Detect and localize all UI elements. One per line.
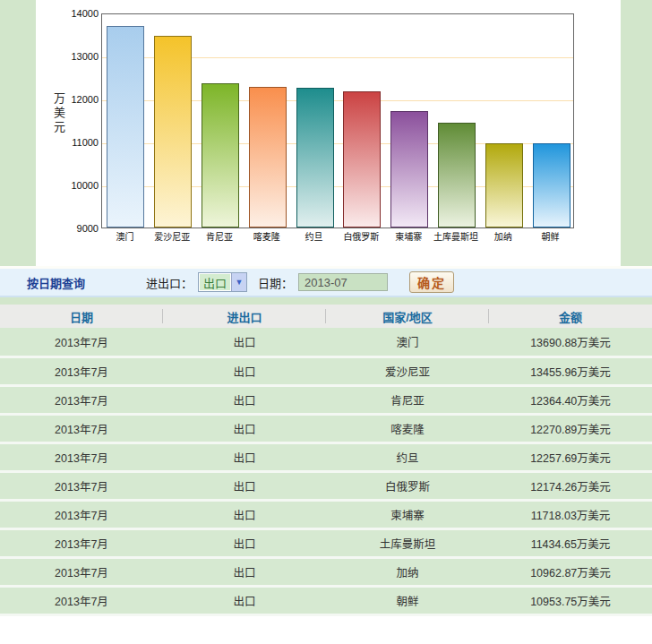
table-header-row: 日期 进出口 国家/地区 金额 bbox=[0, 305, 652, 328]
column-header-amount: 金额 bbox=[489, 305, 652, 328]
chart-bar[interactable] bbox=[390, 111, 428, 228]
y-tick-label: 10000 bbox=[0, 180, 99, 191]
cell-trade: 出口 bbox=[163, 328, 326, 356]
chart-bar[interactable] bbox=[343, 91, 381, 228]
x-tick-label: 澳门 bbox=[101, 232, 149, 244]
chart-bar[interactable] bbox=[296, 88, 334, 228]
column-header-trade: 进出口 bbox=[163, 305, 326, 328]
cell-date: 2013年7月 bbox=[0, 586, 163, 614]
cell-trade: 出口 bbox=[163, 356, 326, 385]
cell-country: 柬埔寨 bbox=[326, 500, 489, 528]
y-tick-label: 13000 bbox=[0, 51, 99, 62]
cell-amount: 13690.88万美元 bbox=[489, 328, 652, 356]
cell-country: 土库曼斯坦 bbox=[326, 528, 489, 557]
cell-trade: 出口 bbox=[163, 471, 326, 500]
query-section-title: 按日期查询 bbox=[27, 274, 85, 291]
confirm-button[interactable]: 确定 bbox=[409, 271, 454, 293]
cell-date: 2013年7月 bbox=[0, 557, 163, 586]
date-label: 日期： bbox=[258, 274, 293, 291]
bar-chart-plot bbox=[101, 13, 574, 228]
cell-date: 2013年7月 bbox=[0, 528, 163, 557]
y-tick-label: 11000 bbox=[0, 137, 99, 148]
cell-trade: 出口 bbox=[163, 385, 326, 414]
chart-bar[interactable] bbox=[438, 123, 476, 228]
cell-country: 白俄罗斯 bbox=[326, 471, 489, 500]
chart-bar[interactable] bbox=[533, 143, 570, 228]
x-axis-labels: 澳门爱沙尼亚肯尼亚喀麦隆约旦白俄罗斯柬埔寨土库曼斯坦加纳朝鲜 bbox=[101, 232, 574, 244]
table-row: 2013年7月 出口 朝鲜 10953.75万美元 bbox=[0, 586, 652, 614]
chart-section: 万美元 90001000011000120001300014000 澳门爱沙尼亚… bbox=[0, 0, 652, 266]
table-row: 2013年7月 出口 肯尼亚 12364.40万美元 bbox=[0, 385, 652, 414]
cell-country: 爱沙尼亚 bbox=[326, 356, 489, 385]
cell-country: 喀麦隆 bbox=[326, 414, 489, 442]
cell-trade: 出口 bbox=[163, 557, 326, 586]
x-tick-label: 肯尼亚 bbox=[196, 232, 244, 244]
chart-bar[interactable] bbox=[202, 83, 239, 228]
column-header-date: 日期 bbox=[0, 305, 163, 328]
cell-amount: 12364.40万美元 bbox=[489, 385, 652, 414]
chart-bar[interactable] bbox=[485, 143, 523, 228]
trade-direction-label: 进出口： bbox=[146, 274, 193, 291]
table-row: 2013年7月 出口 澳门 13690.88万美元 bbox=[0, 328, 652, 356]
x-tick-label: 白俄罗斯 bbox=[338, 232, 385, 244]
chart-bar[interactable] bbox=[249, 87, 287, 228]
date-input[interactable] bbox=[298, 273, 388, 291]
cell-date: 2013年7月 bbox=[0, 471, 163, 500]
x-tick-label: 土库曼斯坦 bbox=[433, 232, 480, 244]
table-row: 2013年7月 出口 约旦 12257.69万美元 bbox=[0, 442, 652, 471]
table-row: 2013年7月 出口 喀麦隆 12270.89万美元 bbox=[0, 414, 652, 442]
table-row: 2013年7月 出口 白俄罗斯 12174.26万美元 bbox=[0, 471, 652, 500]
cell-amount: 12257.69万美元 bbox=[489, 442, 652, 471]
cell-amount: 11434.65万美元 bbox=[489, 528, 652, 557]
x-tick-label: 柬埔寨 bbox=[385, 232, 433, 244]
chevron-down-icon: ▼ bbox=[231, 273, 246, 291]
cell-date: 2013年7月 bbox=[0, 442, 163, 471]
cell-date: 2013年7月 bbox=[0, 500, 163, 528]
query-bar: 按日期查询 进出口： 出口 ▼ 日期： 确定 bbox=[0, 269, 652, 297]
table-row: 2013年7月 出口 柬埔寨 11718.03万美元 bbox=[0, 500, 652, 528]
y-tick-label: 14000 bbox=[0, 8, 99, 19]
chart-bar[interactable] bbox=[154, 36, 192, 228]
table-row: 2013年7月 出口 爱沙尼亚 13455.96万美元 bbox=[0, 356, 652, 385]
cell-country: 加纳 bbox=[326, 557, 489, 586]
cell-country: 朝鲜 bbox=[326, 586, 489, 614]
column-header-country: 国家/地区 bbox=[326, 305, 489, 328]
results-table: 日期 进出口 国家/地区 金额 2013年7月 出口 澳门 13690.88万美… bbox=[0, 305, 652, 616]
x-tick-label: 爱沙尼亚 bbox=[149, 232, 196, 244]
x-tick-label: 约旦 bbox=[290, 232, 338, 244]
cell-date: 2013年7月 bbox=[0, 385, 163, 414]
x-tick-label: 朝鲜 bbox=[527, 232, 574, 244]
cell-country: 澳门 bbox=[326, 328, 489, 356]
cell-amount: 11718.03万美元 bbox=[489, 500, 652, 528]
table-row: 2013年7月 出口 加纳 10962.87万美元 bbox=[0, 557, 652, 586]
x-tick-label: 加纳 bbox=[479, 232, 527, 244]
trade-direction-selected-value: 出口 bbox=[199, 273, 231, 291]
cell-amount: 10953.75万美元 bbox=[489, 586, 652, 614]
cell-trade: 出口 bbox=[163, 586, 326, 614]
x-tick-label: 喀麦隆 bbox=[243, 232, 290, 244]
y-tick-label: 9000 bbox=[0, 223, 99, 234]
cell-country: 肯尼亚 bbox=[326, 385, 489, 414]
cell-trade: 出口 bbox=[163, 414, 326, 442]
trade-direction-select[interactable]: 出口 ▼ bbox=[198, 272, 247, 292]
cell-trade: 出口 bbox=[163, 528, 326, 557]
cell-amount: 12270.89万美元 bbox=[489, 414, 652, 442]
separator-green-strip bbox=[0, 297, 652, 305]
cell-trade: 出口 bbox=[163, 500, 326, 528]
cell-country: 约旦 bbox=[326, 442, 489, 471]
cell-amount: 12174.26万美元 bbox=[489, 471, 652, 500]
cell-date: 2013年7月 bbox=[0, 328, 163, 356]
chart-bar[interactable] bbox=[107, 26, 144, 228]
cell-amount: 13455.96万美元 bbox=[489, 356, 652, 385]
cell-trade: 出口 bbox=[163, 442, 326, 471]
table-row: 2013年7月 出口 土库曼斯坦 11434.65万美元 bbox=[0, 528, 652, 557]
y-tick-label: 12000 bbox=[0, 94, 99, 105]
cell-amount: 10962.87万美元 bbox=[489, 557, 652, 586]
cell-date: 2013年7月 bbox=[0, 414, 163, 442]
right-green-strip bbox=[621, 0, 652, 266]
cell-date: 2013年7月 bbox=[0, 356, 163, 385]
